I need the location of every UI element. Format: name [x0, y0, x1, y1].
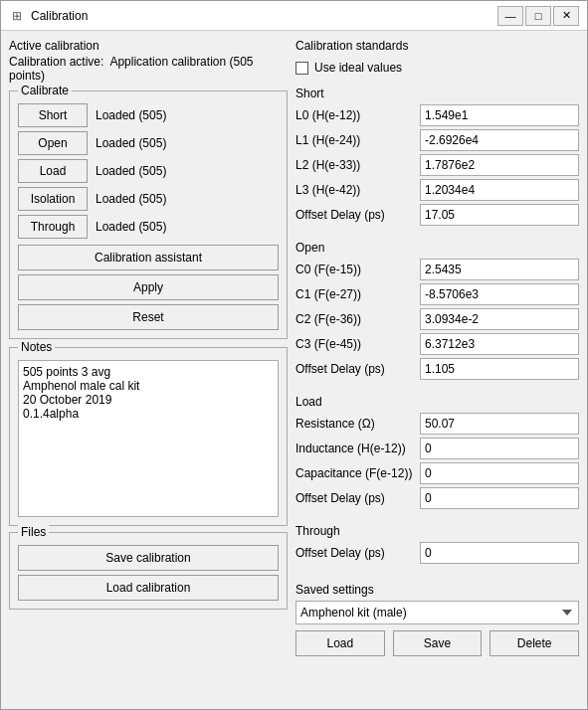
load-delay-row: Offset Delay (ps)	[295, 487, 579, 509]
open-button[interactable]: Open	[18, 131, 88, 155]
saved-settings-dropdown-row: Amphenol kit (male)	[295, 601, 579, 624]
files-buttons: Save calibration Load calibration	[18, 545, 279, 601]
through-delay-input[interactable]	[420, 542, 579, 564]
short-l3-label: L3 (H(e-42))	[295, 183, 414, 197]
title-bar: ⊞ Calibration — □ ✕	[1, 1, 587, 31]
load-inductance-input[interactable]	[420, 438, 579, 459]
open-section-label: Open	[295, 241, 579, 255]
short-l2-label: L2 (H(e-33))	[295, 158, 414, 172]
saved-load-button[interactable]: Load	[295, 630, 385, 656]
short-delay-label: Offset Delay (ps)	[295, 208, 414, 222]
short-l0-label: L0 (H(e-12))	[295, 108, 414, 122]
short-l3-input[interactable]	[420, 179, 579, 201]
through-status: Loaded (505)	[96, 220, 166, 234]
load-status: Loaded (505)	[96, 164, 166, 178]
cal-isolation-row: Isolation Loaded (505)	[18, 187, 279, 211]
short-l0-row: L0 (H(e-12))	[295, 104, 579, 126]
notes-textarea[interactable]: 505 points 3 avg Amphenol male cal kit 2…	[18, 360, 279, 517]
open-delay-label: Offset Delay (ps)	[295, 362, 414, 376]
short-l2-input[interactable]	[420, 154, 579, 176]
main-content: Active calibration Calibration active: A…	[1, 31, 587, 709]
short-l2-row: L2 (H(e-33))	[295, 154, 579, 176]
short-button[interactable]: Short	[18, 103, 88, 127]
load-calibration-button[interactable]: Load calibration	[18, 575, 279, 601]
calibrate-title: Calibrate	[18, 84, 72, 97]
open-c1-label: C1 (F(e-27))	[295, 287, 414, 301]
open-c3-label: C3 (F(e-45))	[295, 337, 414, 351]
reset-button[interactable]: Reset	[18, 304, 279, 330]
load-resistance-input[interactable]	[420, 413, 579, 435]
calibrate-section: Calibrate Short Loaded (505) Open Loaded…	[9, 90, 288, 339]
isolation-button[interactable]: Isolation	[18, 187, 88, 211]
short-section: Short L0 (H(e-12)) L1 (H(e-24)) L2 (H(e-…	[295, 87, 579, 229]
load-resistance-row: Resistance (Ω)	[295, 413, 579, 435]
cal-short-row: Short Loaded (505)	[18, 103, 279, 127]
files-section: Files Save calibration Load calibration	[9, 532, 288, 610]
open-c0-label: C0 (F(e-15))	[295, 263, 414, 276]
through-delay-row: Offset Delay (ps)	[295, 542, 579, 564]
through-section-label: Through	[295, 524, 579, 538]
short-status: Loaded (505)	[96, 108, 166, 122]
short-delay-row: Offset Delay (ps)	[295, 204, 579, 226]
active-calibration-value: Calibration active: Application calibrat…	[9, 55, 288, 83]
window-title: Calibration	[31, 9, 497, 23]
cal-open-row: Open Loaded (505)	[18, 131, 279, 155]
through-section: Through Offset Delay (ps)	[295, 524, 579, 567]
open-c0-row: C0 (F(e-15))	[295, 259, 579, 280]
saved-settings-section: Saved settings Amphenol kit (male) Load …	[295, 583, 579, 656]
cal-active-label: Calibration active:	[9, 55, 103, 69]
load-resistance-label: Resistance (Ω)	[295, 417, 414, 431]
open-status: Loaded (505)	[96, 136, 166, 150]
short-l0-input[interactable]	[420, 104, 579, 126]
open-c2-row: C2 (F(e-36))	[295, 308, 579, 330]
short-l1-input[interactable]	[420, 129, 579, 151]
calibration-assistant-button[interactable]: Calibration assistant	[18, 245, 279, 270]
saved-settings-dropdown[interactable]: Amphenol kit (male)	[295, 601, 579, 624]
cal-standards-title: Calibration standards	[295, 39, 579, 53]
open-c2-label: C2 (F(e-36))	[295, 312, 414, 326]
load-inductance-label: Inductance (H(e-12))	[295, 442, 414, 455]
load-capacitance-label: Capacitance (F(e-12))	[295, 466, 414, 480]
notes-title: Notes	[18, 340, 55, 354]
load-delay-input[interactable]	[420, 487, 579, 509]
maximize-button[interactable]: □	[525, 6, 551, 26]
open-delay-input[interactable]	[420, 358, 579, 380]
load-button[interactable]: Load	[18, 159, 88, 183]
use-ideal-checkbox[interactable]	[295, 62, 308, 75]
short-l1-row: L1 (H(e-24))	[295, 129, 579, 151]
open-c3-input[interactable]	[420, 333, 579, 355]
open-c3-row: C3 (F(e-45))	[295, 333, 579, 355]
saved-settings-label: Saved settings	[295, 583, 579, 597]
through-button[interactable]: Through	[18, 215, 88, 239]
close-button[interactable]: ✕	[553, 6, 579, 26]
load-section-label: Load	[295, 395, 579, 409]
active-calibration-title: Active calibration	[9, 39, 288, 53]
cal-through-row: Through Loaded (505)	[18, 215, 279, 239]
saved-delete-button[interactable]: Delete	[490, 630, 579, 656]
save-calibration-button[interactable]: Save calibration	[18, 545, 279, 571]
load-delay-label: Offset Delay (ps)	[295, 491, 414, 505]
isolation-status: Loaded (505)	[96, 192, 166, 206]
open-section: Open C0 (F(e-15)) C1 (F(e-27)) C2 (F(e-3…	[295, 241, 579, 383]
right-panel: Calibration standards Use ideal values S…	[295, 39, 579, 701]
load-section: Load Resistance (Ω) Inductance (H(e-12))…	[295, 395, 579, 512]
short-l3-row: L3 (H(e-42))	[295, 179, 579, 201]
left-panel: Active calibration Calibration active: A…	[9, 39, 288, 701]
window-controls: — □ ✕	[497, 6, 579, 26]
active-calibration-section: Active calibration Calibration active: A…	[9, 39, 288, 83]
window: ⊞ Calibration — □ ✕ Active calibration C…	[0, 0, 588, 710]
cal-load-row: Load Loaded (505)	[18, 159, 279, 183]
open-c2-input[interactable]	[420, 308, 579, 330]
through-delay-label: Offset Delay (ps)	[295, 546, 414, 560]
open-delay-row: Offset Delay (ps)	[295, 358, 579, 380]
files-title: Files	[18, 525, 49, 539]
minimize-button[interactable]: —	[497, 6, 523, 26]
open-c1-input[interactable]	[420, 283, 579, 305]
apply-button[interactable]: Apply	[18, 274, 279, 300]
short-l1-label: L1 (H(e-24))	[295, 133, 414, 147]
saved-save-button[interactable]: Save	[393, 630, 483, 656]
load-capacitance-input[interactable]	[420, 462, 579, 484]
open-c0-input[interactable]	[420, 259, 579, 280]
ideal-values-row: Use ideal values	[295, 61, 579, 75]
short-delay-input[interactable]	[420, 204, 579, 226]
